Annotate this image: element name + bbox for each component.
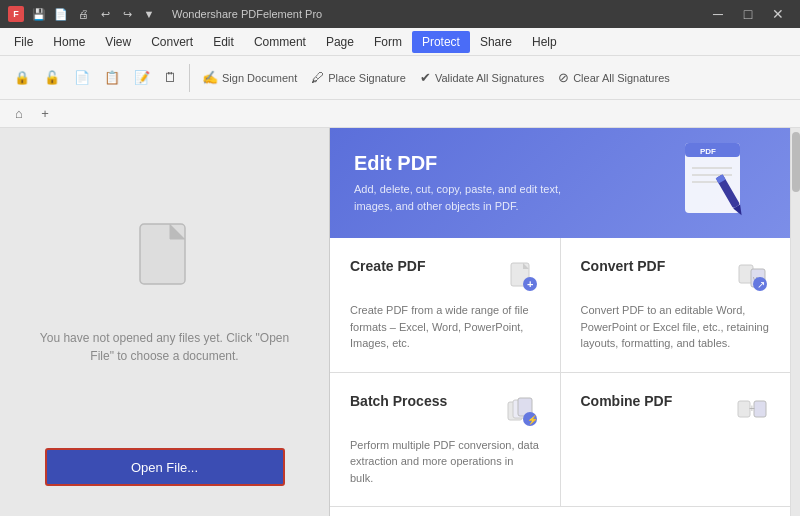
validate-signatures-button[interactable]: ✔ Validate All Signatures: [414, 66, 550, 89]
doc4-icon: 🗒: [164, 70, 177, 85]
toolbar-doc3[interactable]: 📝: [128, 66, 156, 89]
place-sig-icon: 🖊: [311, 70, 324, 85]
menu-convert[interactable]: Convert: [141, 31, 203, 53]
svg-text:+: +: [749, 403, 755, 414]
menu-file[interactable]: File: [4, 31, 43, 53]
toolbar-doc4[interactable]: 🗒: [158, 66, 183, 89]
close-button[interactable]: ✕: [764, 0, 792, 28]
combine-pdf-card[interactable]: Combine PDF +: [561, 373, 791, 507]
batch-process-icon: ⚡: [504, 393, 540, 429]
convert-pdf-description: Convert PDF to an editable Word, PowerPo…: [581, 302, 771, 352]
window-controls: ─ □ ✕: [704, 0, 792, 28]
edit-pdf-hero[interactable]: Edit PDF Add, delete, cut, copy, paste, …: [330, 128, 790, 238]
app-title: Wondershare PDFelement Pro: [172, 8, 322, 20]
undo-icon[interactable]: ↩: [96, 5, 114, 23]
batch-process-description: Perform multiple PDF conversion, data ex…: [350, 437, 540, 487]
convert-pdf-card[interactable]: Convert PDF W ↗ Convert PDF to an editab…: [561, 238, 791, 372]
toolbar-lock2[interactable]: 🔓: [38, 66, 66, 89]
menu-edit[interactable]: Edit: [203, 31, 244, 53]
svg-text:PDF: PDF: [700, 147, 716, 156]
redo-icon[interactable]: ↪: [118, 5, 136, 23]
main-layout: You have not opened any files yet. Click…: [0, 128, 800, 516]
titlebar-tools: 💾 📄 🖨 ↩ ↪ ▼: [30, 5, 158, 23]
save-icon[interactable]: 💾: [30, 5, 48, 23]
create-pdf-title: Create PDF: [350, 258, 425, 274]
titlebar-left: F 💾 📄 🖨 ↩ ↪ ▼ Wondershare PDFelement Pro: [8, 5, 322, 23]
hero-title: Edit PDF: [354, 152, 574, 175]
create-pdf-description: Create PDF from a wide range of file for…: [350, 302, 540, 352]
quickbar: ⌂ +: [0, 100, 800, 128]
convert-pdf-title: Convert PDF: [581, 258, 666, 274]
create-pdf-icon: +: [504, 258, 540, 294]
validate-signatures-label: Validate All Signatures: [435, 72, 544, 84]
doc-icon: 📄: [74, 70, 90, 85]
doc2-icon: 📋: [104, 70, 120, 85]
add-tab-button[interactable]: +: [34, 103, 56, 125]
clear-icon: ⊘: [558, 70, 569, 85]
menu-help[interactable]: Help: [522, 31, 567, 53]
menubar: File Home View Convert Edit Comment Page…: [0, 28, 800, 56]
combine-pdf-icon: +: [734, 393, 770, 429]
scrollbar-thumb[interactable]: [792, 132, 800, 192]
svg-text:⚡: ⚡: [527, 414, 538, 426]
create-pdf-card[interactable]: Create PDF + Create PDF from a wide rang…: [330, 238, 560, 372]
app-icon: F: [8, 6, 24, 22]
svg-text:↗: ↗: [757, 279, 765, 290]
menu-page[interactable]: Page: [316, 31, 364, 53]
batch-process-title: Batch Process: [350, 393, 447, 409]
menu-view[interactable]: View: [95, 31, 141, 53]
left-panel: You have not opened any files yet. Click…: [0, 128, 330, 516]
no-file-message: You have not opened any files yet. Click…: [0, 329, 329, 365]
doc3-icon: 📝: [134, 70, 150, 85]
dropdown-icon[interactable]: ▼: [140, 5, 158, 23]
hero-description: Add, delete, cut, copy, paste, and edit …: [354, 181, 574, 214]
clear-signatures-label: Clear All Signatures: [573, 72, 670, 84]
batch-process-header: Batch Process ⚡: [350, 393, 540, 429]
place-signature-button[interactable]: 🖊 Place Signature: [305, 66, 412, 89]
scrollbar[interactable]: [790, 128, 800, 516]
sign-document-button[interactable]: ✍ Sign Document: [196, 66, 303, 89]
convert-pdf-header: Convert PDF W ↗: [581, 258, 771, 294]
combine-pdf-title: Combine PDF: [581, 393, 673, 409]
toolbar: 🔒 🔓 📄 📋 📝 🗒 ✍ Sign Document 🖊 Place Sign…: [0, 56, 800, 100]
menu-home[interactable]: Home: [43, 31, 95, 53]
menu-share[interactable]: Share: [470, 31, 522, 53]
open-file-button[interactable]: Open File...: [45, 448, 285, 486]
place-signature-label: Place Signature: [328, 72, 406, 84]
menu-comment[interactable]: Comment: [244, 31, 316, 53]
convert-pdf-icon: W ↗: [734, 258, 770, 294]
menu-protect[interactable]: Protect: [412, 31, 470, 53]
unlock-icon: 🔓: [44, 70, 60, 85]
toolbar-lock1[interactable]: 🔒: [8, 66, 36, 89]
clear-signatures-button[interactable]: ⊘ Clear All Signatures: [552, 66, 676, 89]
combine-pdf-header: Combine PDF +: [581, 393, 771, 429]
maximize-button[interactable]: □: [734, 0, 762, 28]
validate-icon: ✔: [420, 70, 431, 85]
titlebar: F 💾 📄 🖨 ↩ ↪ ▼ Wondershare PDFelement Pro…: [0, 0, 800, 28]
file-placeholder-icon: [130, 219, 200, 313]
svg-text:+: +: [527, 278, 533, 290]
menu-form[interactable]: Form: [364, 31, 412, 53]
toolbar-sep1: [189, 64, 190, 92]
create-pdf-header: Create PDF +: [350, 258, 540, 294]
toolbar-doc2[interactable]: 📋: [98, 66, 126, 89]
pdf-templates-card[interactable]: PDF Templates: [330, 507, 790, 516]
home-icon: ⌂: [15, 106, 23, 121]
minimize-button[interactable]: ─: [704, 0, 732, 28]
toolbar-doc1[interactable]: 📄: [68, 66, 96, 89]
new-icon[interactable]: 📄: [52, 5, 70, 23]
hero-text: Edit PDF Add, delete, cut, copy, paste, …: [354, 152, 574, 214]
home-button[interactable]: ⌂: [8, 103, 30, 125]
print-icon[interactable]: 🖨: [74, 5, 92, 23]
svg-rect-28: [754, 401, 766, 417]
right-panel: Edit PDF Add, delete, cut, copy, paste, …: [330, 128, 790, 516]
hero-illustration: PDF: [660, 128, 780, 238]
lock-icon: 🔒: [14, 70, 30, 85]
sign-document-label: Sign Document: [222, 72, 297, 84]
batch-process-card[interactable]: Batch Process ⚡ Perform multiple PDF con…: [330, 373, 560, 507]
sign-icon: ✍: [202, 70, 218, 85]
add-icon: +: [41, 106, 49, 121]
feature-grid: Create PDF + Create PDF from a wide rang…: [330, 238, 790, 516]
